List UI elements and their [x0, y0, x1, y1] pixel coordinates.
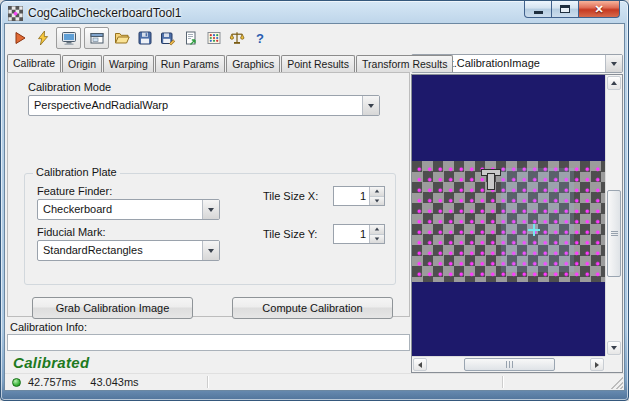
origin-marker — [481, 169, 499, 189]
crosshair-marker — [528, 224, 540, 236]
app-icon — [8, 6, 23, 21]
tab-origin[interactable]: Origin — [62, 55, 102, 72]
calibration-plate-label: Calibration Plate — [33, 166, 120, 178]
chevron-down-icon[interactable] — [202, 200, 219, 219]
balance-button[interactable] — [227, 28, 247, 48]
highlight-overlay — [501, 168, 574, 272]
window-title: CogCalibCheckerboardTool1 — [28, 6, 181, 20]
scales-icon — [229, 30, 245, 46]
tab-point-results[interactable]: Point Results — [281, 55, 355, 72]
caption-buttons: ✕ — [524, 1, 620, 18]
horizontal-scroll-thumb[interactable] — [464, 358, 555, 371]
tab-warping[interactable]: Warping — [103, 55, 154, 72]
chevron-down-icon[interactable] — [362, 96, 379, 115]
help-button[interactable]: ? — [250, 28, 270, 48]
calibrate-tab-page: Calibration Mode PerspectiveAndRadialWar… — [7, 72, 410, 317]
floppy-icon — [137, 30, 153, 46]
abacus-icon — [206, 30, 222, 46]
feature-finder-select[interactable]: Checkerboard — [37, 199, 220, 220]
scrollbar-corner — [605, 356, 622, 372]
calibration-info-field[interactable] — [7, 334, 410, 351]
tab-transform-results[interactable]: Transform Results — [356, 55, 453, 72]
execution-time: 42.757ms — [28, 376, 76, 388]
tab-strip: Calibrate Origin Warping Run Params Grap… — [7, 54, 454, 72]
image-display-panel — [411, 74, 623, 373]
close-button[interactable]: ✕ — [579, 1, 620, 18]
floppy-pencil-icon — [160, 30, 176, 46]
status-led-icon — [12, 378, 21, 387]
tile-size-y-label: Tile Size Y: — [263, 228, 317, 240]
tab-graphics[interactable]: Graphics — [226, 55, 280, 72]
vertical-scrollbar[interactable] — [605, 75, 622, 356]
page-arrow-icon — [183, 30, 199, 46]
save-as-button[interactable] — [158, 28, 178, 48]
horizontal-scrollbar[interactable] — [412, 356, 605, 372]
screenshot-root: CogCalibCheckerboardTool1 ✕ — [0, 0, 629, 401]
feature-finder-label: Feature Finder: — [37, 185, 112, 197]
fiducial-mark-label: Fiducial Mark: — [37, 226, 105, 238]
scroll-down-icon[interactable] — [607, 341, 621, 355]
toolbar: ? — [5, 24, 624, 52]
question-icon: ? — [256, 31, 264, 46]
folder-open-icon — [114, 30, 130, 46]
client-area: ? Calibrate Origin Warping Run Params Gr… — [5, 24, 624, 390]
calibration-mode-label: Calibration Mode — [28, 81, 111, 93]
lightning-icon — [35, 30, 51, 46]
tile-size-x-label: Tile Size X: — [263, 190, 318, 202]
calibration-mode-select[interactable]: PerspectiveAndRadialWarp — [28, 95, 380, 116]
fiducial-mark-select[interactable]: StandardRectangles — [37, 240, 220, 261]
chevron-down-icon[interactable] — [202, 241, 219, 260]
maximize-icon — [560, 5, 570, 13]
spin-up-icon[interactable] — [370, 225, 384, 234]
spin-up-icon[interactable] — [370, 187, 384, 196]
calibration-status-text: Calibrated — [13, 354, 89, 371]
open-button[interactable] — [112, 28, 132, 48]
minimize-icon — [534, 11, 543, 14]
calibration-image-display[interactable] — [412, 75, 605, 356]
compute-calibration-button[interactable]: Compute Calibration — [232, 297, 393, 319]
play-icon — [12, 30, 28, 46]
save-button[interactable] — [135, 28, 155, 48]
scroll-right-icon[interactable] — [590, 358, 604, 371]
grab-calibration-image-button[interactable]: Grab Calibration Image — [32, 297, 193, 319]
monitor-icon — [61, 30, 77, 46]
status-separator — [207, 376, 209, 388]
image-display-button[interactable] — [56, 27, 81, 49]
tab-calibrate[interactable]: Calibrate — [7, 54, 61, 72]
scroll-left-icon[interactable] — [413, 358, 427, 371]
calibration-info-label: Calibration Info: — [10, 321, 87, 333]
abacus-button[interactable] — [204, 28, 224, 48]
scroll-up-icon[interactable] — [607, 76, 621, 90]
floating-image-display-button[interactable] — [84, 27, 109, 49]
calibration-plate-group: Calibration Plate Feature Finder: Checke… — [24, 173, 396, 285]
window-icon — [89, 30, 105, 46]
tile-size-x-stepper[interactable]: 1 — [333, 186, 385, 206]
run-button[interactable] — [10, 28, 30, 48]
spin-down-icon[interactable] — [370, 196, 384, 206]
chevron-down-icon[interactable] — [605, 55, 622, 72]
total-time: 43.043ms — [90, 376, 138, 388]
resize-grip[interactable] — [610, 376, 623, 389]
app-window: CogCalibCheckerboardTool1 ✕ — [0, 0, 629, 401]
export-button[interactable] — [181, 28, 201, 48]
tile-size-y-stepper[interactable]: 1 — [333, 224, 385, 244]
tab-run-params[interactable]: Run Params — [155, 55, 225, 72]
status-separator — [502, 376, 504, 388]
close-icon: ✕ — [594, 3, 603, 16]
spin-down-icon[interactable] — [370, 234, 384, 244]
electric-run-button[interactable] — [33, 28, 53, 48]
status-bar: 42.757ms 43.043ms — [5, 373, 624, 390]
minimize-button[interactable] — [524, 1, 552, 18]
maximize-button[interactable] — [552, 1, 579, 18]
vertical-scroll-thumb[interactable] — [607, 190, 621, 277]
